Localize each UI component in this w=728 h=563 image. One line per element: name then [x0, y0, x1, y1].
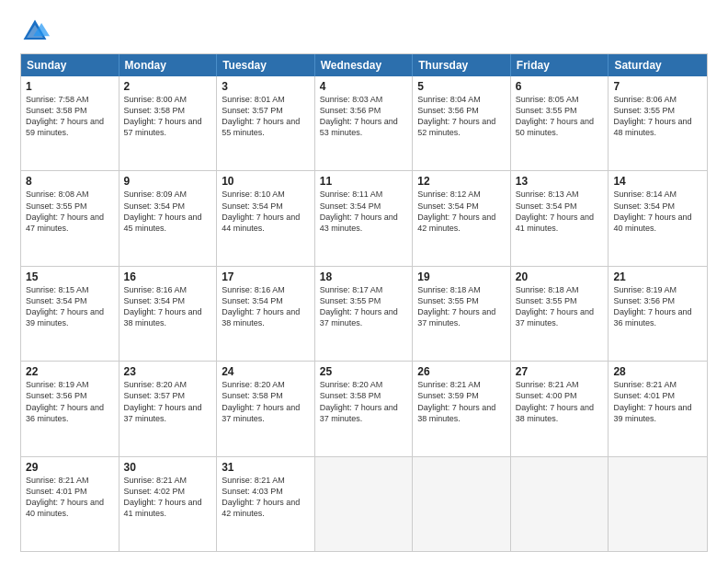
day-info: Sunrise: 8:20 AMSunset: 3:57 PMDaylight:…: [124, 379, 212, 424]
day-number: 16: [124, 270, 212, 283]
day-number: 2: [124, 80, 212, 93]
day-cell-14: 14Sunrise: 8:14 AMSunset: 3:54 PMDayligh…: [609, 171, 707, 265]
day-cell-5: 5Sunrise: 8:04 AMSunset: 3:56 PMDaylight…: [413, 76, 511, 170]
day-info: Sunrise: 8:00 AMSunset: 3:58 PMDaylight:…: [124, 94, 212, 139]
day-cell-6: 6Sunrise: 8:05 AMSunset: 3:55 PMDaylight…: [511, 76, 609, 170]
calendar-row-2: 8Sunrise: 8:08 AMSunset: 3:55 PMDaylight…: [21, 170, 707, 265]
day-cell-9: 9Sunrise: 8:09 AMSunset: 3:54 PMDaylight…: [119, 171, 218, 265]
day-info: Sunrise: 8:09 AMSunset: 3:54 PMDaylight:…: [124, 189, 212, 234]
day-cell-25: 25Sunrise: 8:20 AMSunset: 3:58 PMDayligh…: [315, 362, 414, 455]
calendar-row-3: 15Sunrise: 8:15 AMSunset: 3:54 PMDayligh…: [21, 266, 707, 361]
calendar-row-5: 29Sunrise: 8:21 AMSunset: 4:01 PMDayligh…: [21, 456, 707, 551]
day-number: 28: [613, 365, 702, 378]
day-number: 12: [417, 175, 506, 188]
day-cell-22: 22Sunrise: 8:19 AMSunset: 3:56 PMDayligh…: [21, 362, 119, 455]
logo: [20, 17, 51, 46]
day-info: Sunrise: 8:16 AMSunset: 3:54 PMDaylight:…: [124, 284, 212, 329]
day-number: 25: [320, 365, 408, 378]
day-info: Sunrise: 8:19 AMSunset: 3:56 PMDaylight:…: [613, 284, 702, 329]
day-info: Sunrise: 8:10 AMSunset: 3:54 PMDaylight:…: [222, 189, 310, 234]
day-number: 15: [26, 270, 114, 283]
day-number: 1: [26, 80, 114, 93]
day-info: Sunrise: 8:15 AMSunset: 3:54 PMDaylight:…: [26, 284, 114, 329]
empty-cell: [609, 457, 707, 551]
header-day-friday: Friday: [511, 54, 609, 76]
day-info: Sunrise: 8:03 AMSunset: 3:56 PMDaylight:…: [320, 94, 408, 139]
day-cell-27: 27Sunrise: 8:21 AMSunset: 4:00 PMDayligh…: [511, 362, 609, 455]
day-cell-4: 4Sunrise: 8:03 AMSunset: 3:56 PMDaylight…: [315, 76, 414, 170]
header-day-tuesday: Tuesday: [217, 54, 315, 76]
day-cell-8: 8Sunrise: 8:08 AMSunset: 3:55 PMDaylight…: [21, 171, 119, 265]
day-number: 24: [222, 365, 310, 378]
day-number: 5: [417, 80, 506, 93]
header-day-thursday: Thursday: [413, 54, 511, 76]
day-info: Sunrise: 8:21 AMSunset: 4:00 PMDaylight:…: [516, 379, 604, 424]
day-info: Sunrise: 8:18 AMSunset: 3:55 PMDaylight:…: [417, 284, 506, 329]
header-day-saturday: Saturday: [609, 54, 707, 76]
day-info: Sunrise: 8:12 AMSunset: 3:54 PMDaylight:…: [417, 189, 506, 234]
day-number: 10: [222, 175, 310, 188]
day-info: Sunrise: 8:21 AMSunset: 4:02 PMDaylight:…: [124, 475, 212, 520]
page: SundayMondayTuesdayWednesdayThursdayFrid…: [0, 0, 728, 563]
day-number: 14: [613, 175, 702, 188]
header: [20, 17, 708, 46]
day-info: Sunrise: 8:17 AMSunset: 3:55 PMDaylight:…: [320, 284, 408, 329]
day-number: 13: [516, 175, 604, 188]
day-cell-23: 23Sunrise: 8:20 AMSunset: 3:57 PMDayligh…: [119, 362, 218, 455]
day-cell-18: 18Sunrise: 8:17 AMSunset: 3:55 PMDayligh…: [315, 267, 414, 361]
day-cell-1: 1Sunrise: 7:58 AMSunset: 3:58 PMDaylight…: [21, 76, 119, 170]
day-cell-15: 15Sunrise: 8:15 AMSunset: 3:54 PMDayligh…: [21, 267, 119, 361]
day-cell-31: 31Sunrise: 8:21 AMSunset: 4:03 PMDayligh…: [217, 457, 315, 551]
day-cell-16: 16Sunrise: 8:16 AMSunset: 3:54 PMDayligh…: [119, 267, 218, 361]
day-cell-12: 12Sunrise: 8:12 AMSunset: 3:54 PMDayligh…: [413, 171, 511, 265]
day-info: Sunrise: 8:01 AMSunset: 3:57 PMDaylight:…: [222, 94, 310, 139]
day-cell-13: 13Sunrise: 8:13 AMSunset: 3:54 PMDayligh…: [511, 171, 609, 265]
day-cell-20: 20Sunrise: 8:18 AMSunset: 3:55 PMDayligh…: [511, 267, 609, 361]
day-info: Sunrise: 8:21 AMSunset: 4:01 PMDaylight:…: [26, 475, 114, 520]
day-number: 20: [516, 270, 604, 283]
empty-cell: [511, 457, 609, 551]
day-info: Sunrise: 7:58 AMSunset: 3:58 PMDaylight:…: [26, 94, 114, 139]
day-info: Sunrise: 8:05 AMSunset: 3:55 PMDaylight:…: [516, 94, 604, 139]
day-info: Sunrise: 8:11 AMSunset: 3:54 PMDaylight:…: [320, 189, 408, 234]
day-cell-29: 29Sunrise: 8:21 AMSunset: 4:01 PMDayligh…: [21, 457, 119, 551]
day-cell-30: 30Sunrise: 8:21 AMSunset: 4:02 PMDayligh…: [119, 457, 218, 551]
day-number: 23: [124, 365, 212, 378]
day-cell-24: 24Sunrise: 8:20 AMSunset: 3:58 PMDayligh…: [217, 362, 315, 455]
day-number: 26: [417, 365, 506, 378]
day-info: Sunrise: 8:08 AMSunset: 3:55 PMDaylight:…: [26, 189, 114, 234]
empty-cell: [413, 457, 511, 551]
day-number: 8: [26, 175, 114, 188]
day-cell-11: 11Sunrise: 8:11 AMSunset: 3:54 PMDayligh…: [315, 171, 414, 265]
day-number: 3: [222, 80, 310, 93]
calendar-row-1: 1Sunrise: 7:58 AMSunset: 3:58 PMDaylight…: [21, 76, 707, 170]
day-info: Sunrise: 8:06 AMSunset: 3:55 PMDaylight:…: [613, 94, 702, 139]
day-cell-26: 26Sunrise: 8:21 AMSunset: 3:59 PMDayligh…: [413, 362, 511, 455]
day-info: Sunrise: 8:20 AMSunset: 3:58 PMDaylight:…: [320, 379, 408, 424]
calendar-header: SundayMondayTuesdayWednesdayThursdayFrid…: [21, 54, 707, 76]
day-cell-19: 19Sunrise: 8:18 AMSunset: 3:55 PMDayligh…: [413, 267, 511, 361]
empty-cell: [315, 457, 414, 551]
day-number: 22: [26, 365, 114, 378]
day-cell-7: 7Sunrise: 8:06 AMSunset: 3:55 PMDaylight…: [609, 76, 707, 170]
day-info: Sunrise: 8:19 AMSunset: 3:56 PMDaylight:…: [26, 379, 114, 424]
day-number: 11: [320, 175, 408, 188]
calendar-row-4: 22Sunrise: 8:19 AMSunset: 3:56 PMDayligh…: [21, 361, 707, 455]
day-number: 29: [26, 461, 114, 474]
logo-icon: [20, 17, 50, 46]
day-number: 19: [417, 270, 506, 283]
calendar-body: 1Sunrise: 7:58 AMSunset: 3:58 PMDaylight…: [21, 76, 707, 551]
day-number: 18: [320, 270, 408, 283]
day-info: Sunrise: 8:21 AMSunset: 4:03 PMDaylight:…: [222, 475, 310, 520]
day-cell-10: 10Sunrise: 8:10 AMSunset: 3:54 PMDayligh…: [217, 171, 315, 265]
day-number: 27: [516, 365, 604, 378]
day-cell-21: 21Sunrise: 8:19 AMSunset: 3:56 PMDayligh…: [609, 267, 707, 361]
day-info: Sunrise: 8:21 AMSunset: 4:01 PMDaylight:…: [613, 379, 702, 424]
day-info: Sunrise: 8:14 AMSunset: 3:54 PMDaylight:…: [613, 189, 702, 234]
day-info: Sunrise: 8:21 AMSunset: 3:59 PMDaylight:…: [417, 379, 506, 424]
day-number: 4: [320, 80, 408, 93]
day-cell-2: 2Sunrise: 8:00 AMSunset: 3:58 PMDaylight…: [119, 76, 218, 170]
day-number: 6: [516, 80, 604, 93]
day-number: 30: [124, 461, 212, 474]
day-number: 21: [613, 270, 702, 283]
